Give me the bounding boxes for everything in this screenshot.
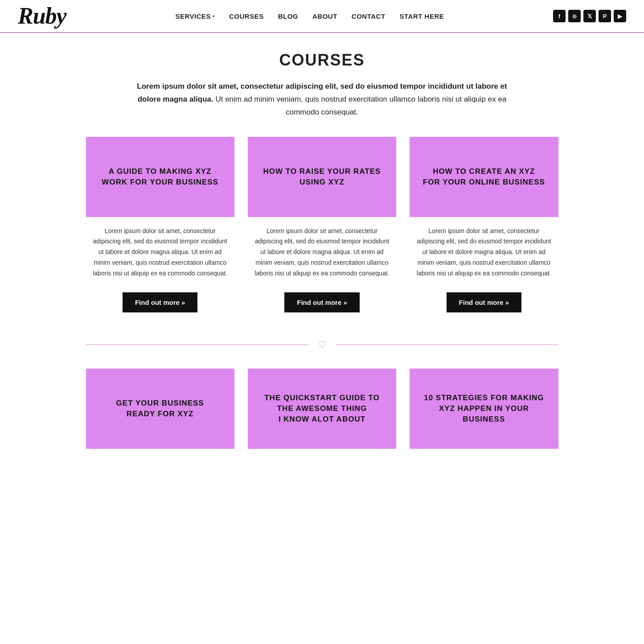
page-intro: Lorem ipsum dolor sit amet, consectetur … bbox=[131, 80, 514, 119]
section-divider: ♡ bbox=[86, 339, 558, 351]
find-out-more-button-1[interactable]: Find out more » bbox=[123, 292, 198, 312]
divider-heart-icon: ♡ bbox=[318, 339, 327, 351]
course-card-1-body: Lorem ipsum dolor sit amet, consectetur … bbox=[86, 217, 234, 288]
course-card-1-title: A GUIDE TO MAKING XYZWORK FOR YOUR BUSIN… bbox=[102, 166, 218, 188]
course-card-1-banner: A GUIDE TO MAKING XYZWORK FOR YOUR BUSIN… bbox=[86, 137, 234, 217]
chevron-down-icon: ▾ bbox=[213, 14, 215, 19]
facebook-icon[interactable]: f bbox=[553, 10, 566, 22]
course-card-2-body: Lorem ipsum dolor sit amet, consectetur … bbox=[248, 217, 396, 288]
nav-link-services[interactable]: SERVICES bbox=[175, 12, 211, 20]
divider-line-right bbox=[336, 345, 558, 345]
course-card-4-banner: GET YOUR BUSINESSREADY FOR XYZ bbox=[86, 369, 234, 449]
divider-line-left bbox=[86, 345, 309, 345]
course-card-1: A GUIDE TO MAKING XYZWORK FOR YOUR BUSIN… bbox=[86, 137, 234, 321]
course-card-3-body: Lorem ipsum dolor sit amet, consectetur … bbox=[410, 217, 558, 288]
course-card-2-title: HOW TO RAISE YOUR RATESUSING XYZ bbox=[263, 166, 381, 188]
course-card-4: GET YOUR BUSINESSREADY FOR XYZ bbox=[86, 369, 234, 449]
nav-link-courses[interactable]: COURSES bbox=[229, 12, 264, 20]
course-card-2-banner: HOW TO RAISE YOUR RATESUSING XYZ bbox=[248, 137, 396, 217]
course-card-4-title: GET YOUR BUSINESSREADY FOR XYZ bbox=[116, 398, 204, 419]
instagram-icon[interactable]: ◎ bbox=[568, 10, 581, 22]
course-card-3: HOW TO CREATE AN XYZFOR YOUR ONLINE BUSI… bbox=[410, 137, 558, 321]
intro-rest: Ut enim ad minim veniam, quis nostrud ex… bbox=[213, 95, 507, 116]
pinterest-icon[interactable]: P bbox=[599, 10, 611, 22]
youtube-icon[interactable]: ▶ bbox=[614, 10, 626, 22]
course-card-6-banner: 10 STRATEGIES FOR MAKINGXYZ HAPPEN IN YO… bbox=[410, 369, 558, 449]
course-card-5-banner: THE QUICKSTART GUIDE TOTHE AWESOME THING… bbox=[248, 369, 396, 449]
course-card-5-title: THE QUICKSTART GUIDE TOTHE AWESOME THING… bbox=[264, 393, 380, 424]
course-card-6-title: 10 STRATEGIES FOR MAKINGXYZ HAPPEN IN YO… bbox=[418, 393, 549, 424]
nav-link-contact[interactable]: CONTACT bbox=[352, 12, 386, 20]
page-title: COURSES bbox=[86, 51, 558, 70]
site-header: Ruby SERVICES ▾ COURSES BLOG ABOUT CONTA… bbox=[0, 0, 644, 33]
find-out-more-button-3[interactable]: Find out more » bbox=[447, 292, 522, 312]
nav-link-blog[interactable]: BLOG bbox=[278, 12, 298, 20]
social-icons-group: f ◎ 𝕏 P ▶ bbox=[553, 10, 626, 22]
course-card-6: 10 STRATEGIES FOR MAKINGXYZ HAPPEN IN YO… bbox=[410, 369, 558, 449]
main-nav: SERVICES ▾ COURSES BLOG ABOUT CONTACT ST… bbox=[175, 12, 444, 20]
course-card-5: THE QUICKSTART GUIDE TOTHE AWESOME THING… bbox=[248, 369, 396, 449]
twitter-icon[interactable]: 𝕏 bbox=[583, 10, 596, 22]
courses-grid-row1: A GUIDE TO MAKING XYZWORK FOR YOUR BUSIN… bbox=[86, 137, 558, 321]
nav-link-about[interactable]: ABOUT bbox=[312, 12, 337, 20]
course-card-2: HOW TO RAISE YOUR RATESUSING XYZ Lorem i… bbox=[248, 137, 396, 321]
courses-grid-row2: GET YOUR BUSINESSREADY FOR XYZ THE QUICK… bbox=[86, 369, 558, 449]
site-logo[interactable]: Ruby bbox=[18, 4, 66, 28]
main-content: COURSES Lorem ipsum dolor sit amet, cons… bbox=[77, 33, 567, 467]
course-card-3-banner: HOW TO CREATE AN XYZFOR YOUR ONLINE BUSI… bbox=[410, 137, 558, 217]
find-out-more-button-2[interactable]: Find out more » bbox=[284, 292, 360, 312]
course-card-3-title: HOW TO CREATE AN XYZFOR YOUR ONLINE BUSI… bbox=[423, 166, 545, 188]
nav-services[interactable]: SERVICES ▾ bbox=[175, 12, 215, 20]
nav-link-start-here[interactable]: START HERE bbox=[400, 12, 444, 20]
